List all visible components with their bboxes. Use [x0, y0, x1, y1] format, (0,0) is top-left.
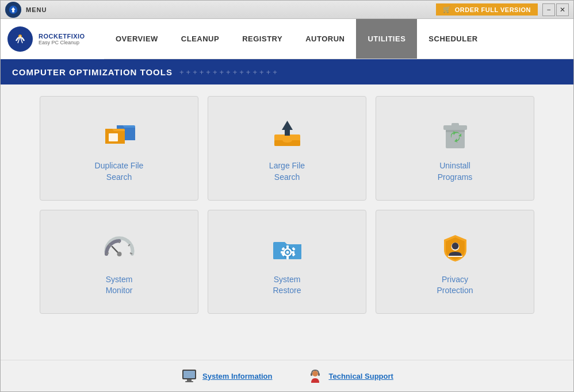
monitor-icon — [181, 367, 198, 385]
svg-rect-35 — [187, 379, 192, 381]
nav-item-utilities[interactable]: UTILITIES — [356, 19, 417, 59]
large-file-search-card[interactable]: Large File Search — [208, 96, 366, 201]
svg-rect-23 — [286, 245, 289, 248]
privacy-label: Privacy Protection — [437, 274, 473, 297]
tools-grid: Duplicate File Search — [40, 96, 534, 314]
svg-rect-12 — [451, 123, 459, 126]
page-header: COMPUTER OPTIMIZATION TOOLS ++++++++++++… — [1, 59, 573, 84]
uninstall-programs-card[interactable]: Uninstall Programs — [376, 96, 534, 201]
large-file-label: Large File Search — [269, 160, 305, 183]
footer: System Information Technical Support — [1, 360, 573, 391]
title-bar-left: MENU — [5, 2, 47, 18]
svg-point-19 — [117, 252, 121, 256]
duplicate-file-icon — [99, 113, 139, 153]
svg-point-37 — [312, 371, 318, 376]
svg-rect-24 — [286, 256, 289, 259]
privacy-icon — [435, 227, 475, 267]
tagline: Easy PC Cleanup — [39, 40, 85, 45]
nav-item-registry[interactable]: REGISTRY — [231, 19, 294, 59]
svg-point-32 — [451, 243, 458, 249]
page-title-decoration: +++++++++++++++ — [179, 68, 280, 76]
system-monitor-icon — [99, 227, 139, 267]
privacy-protection-card[interactable]: Privacy Protection — [376, 210, 534, 314]
system-info-link[interactable]: System Information — [181, 367, 272, 385]
nav-item-scheduler[interactable]: SCHEDULER — [417, 19, 489, 59]
svg-rect-38 — [311, 373, 312, 376]
nav-menu: OVERVIEW CLEANUP REGISTRY AUTORUN UTILIT… — [104, 19, 573, 59]
system-monitor-card[interactable]: System Monitor — [40, 210, 198, 314]
logo-text: ROCKETFIXIO Easy PC Cleanup — [39, 33, 85, 45]
support-icon — [307, 367, 324, 385]
uninstall-icon — [435, 113, 475, 153]
nav-item-overview[interactable]: OVERVIEW — [104, 19, 170, 59]
page-title: COMPUTER OPTIMIZATION TOOLS — [12, 67, 173, 77]
svg-point-22 — [286, 251, 289, 254]
system-restore-card[interactable]: System Restore — [208, 210, 366, 314]
app-window: MENU 🛒 ORDER FULL VERSION − ✕ — [0, 0, 574, 392]
svg-rect-39 — [318, 373, 320, 376]
large-file-icon — [267, 113, 307, 153]
main-content: Duplicate File Search — [1, 84, 573, 360]
tech-support-label: Technical Support — [328, 372, 393, 381]
svg-rect-36 — [185, 381, 193, 382]
uninstall-label: Uninstall Programs — [438, 160, 473, 183]
menu-label: MENU — [26, 6, 47, 13]
nav-item-autorun[interactable]: AUTORUN — [294, 19, 356, 59]
app-menu-logo — [5, 2, 21, 18]
window-controls: − ✕ — [542, 3, 569, 16]
logo-icon — [7, 26, 33, 52]
order-full-version-button[interactable]: 🛒 ORDER FULL VERSION — [436, 3, 538, 16]
duplicate-file-search-card[interactable]: Duplicate File Search — [40, 96, 198, 201]
system-info-label: System Information — [202, 372, 272, 381]
cart-icon: 🛒 — [443, 6, 451, 13]
nav-item-cleanup[interactable]: CLEANUP — [170, 19, 231, 59]
tech-support-link[interactable]: Technical Support — [307, 367, 393, 385]
system-monitor-label: System Monitor — [106, 274, 133, 297]
close-button[interactable]: ✕ — [556, 3, 569, 16]
duplicate-file-label: Duplicate File Search — [95, 160, 144, 183]
svg-rect-5 — [109, 133, 118, 141]
minimize-button[interactable]: − — [542, 3, 555, 16]
system-restore-label: System Restore — [273, 274, 301, 297]
svg-point-1 — [12, 31, 28, 47]
brand-name: ROCKETFIXIO — [39, 33, 85, 40]
app-header: ROCKETFIXIO Easy PC Cleanup OVERVIEW CLE… — [1, 19, 573, 59]
svg-marker-8 — [282, 121, 293, 136]
title-bar: MENU 🛒 ORDER FULL VERSION − ✕ — [1, 1, 573, 19]
svg-rect-34 — [183, 371, 195, 378]
system-restore-icon — [267, 227, 307, 267]
app-logo: ROCKETFIXIO Easy PC Cleanup — [1, 19, 104, 59]
